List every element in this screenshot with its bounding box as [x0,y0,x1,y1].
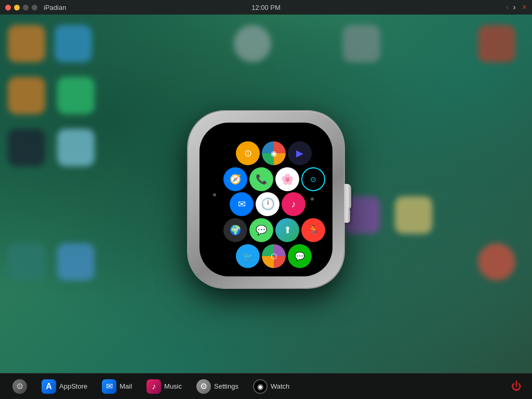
app-title: iPadian [44,4,66,11]
watch-app-phone[interactable]: 📞 [249,167,273,191]
watch-side-button[interactable] [344,208,350,223]
music-icon: ♪ [147,379,161,394]
dot2 [32,5,37,10]
watch-app-safari[interactable]: 🧭 [223,167,247,191]
watch-app-activity[interactable]: ⊙ [236,141,260,165]
dock-item-appstore[interactable]: A AppStore [34,374,95,399]
dock-label-appstore: AppStore [59,382,87,390]
watch-app-twitter[interactable]: 🐦 [236,244,260,268]
bg-icon-14 [478,243,515,281]
watch-app-fitness[interactable]: 🏃 [301,218,325,242]
titlebar: iPadian 12:00 PM ‹ › × [0,0,532,15]
bg-icon-6 [8,77,45,114]
watch-app-rings[interactable]: ⊙ [301,167,325,191]
dock-item-gear[interactable]: ⚙ [5,374,34,399]
bg-icon-8 [8,129,45,166]
dot1 [23,5,29,10]
bg-icon-1 [8,25,45,62]
watch-container: ⊙ ◉ ▶ 🧭 📞 🌸 ⊙ [188,111,344,288]
minimize-button[interactable] [14,5,20,10]
watch-app-worldclock[interactable]: 🌍 [223,218,247,242]
watch-app-music[interactable]: ♪ [282,192,305,216]
watch-icon: ◉ [253,379,268,394]
gear-icon: ⚙ [12,379,27,394]
dock-item-music[interactable]: ♪ Music [139,374,189,399]
dock: ⚙ A AppStore ✉ Mail ♪ Music ⚙ Settings ◉… [0,373,532,399]
titlebar-left: iPadian [5,4,66,11]
bg-icon-11 [395,196,432,234]
power-button[interactable]: ⏻ [506,380,527,392]
appstore-icon: A [42,379,56,394]
dock-item-settings[interactable]: ⚙ Settings [189,374,246,399]
bg-icon-13 [57,243,95,281]
nav-forward-button[interactable]: › [513,3,515,11]
watch-app-tv[interactable]: ▶ [288,141,312,165]
watch-app-photos[interactable]: 🌸 [275,167,299,191]
watch-screen: ⊙ ◉ ▶ 🧭 📞 🌸 ⊙ [200,123,332,276]
watch-app-colorful[interactable]: ◉ [262,141,286,165]
watch-app-mail[interactable]: ✉ [230,192,254,216]
dock-label-music: Music [164,382,182,390]
bg-icon-2 [55,25,92,62]
nav-close-button[interactable]: × [522,3,527,11]
watch-body: ⊙ ◉ ▶ 🧭 📞 🌸 ⊙ [188,111,344,288]
watch-crown[interactable] [344,184,351,210]
bg-icon-5 [478,25,515,62]
watch-app-wechat[interactable]: 💬 [288,244,312,268]
watch-app-clock[interactable]: 🕛 [256,192,280,216]
watch-apps-grid: ⊙ ◉ ▶ 🧭 📞 🌸 ⊙ [209,137,323,262]
dock-label-watch: Watch [271,382,289,390]
dock-item-mail[interactable]: ✉ Mail [95,374,139,399]
watch-app-dots[interactable]: ⬡ [262,244,286,268]
dock-item-watch[interactable]: ◉ Watch [246,374,297,399]
watch-app-maps[interactable]: ⬆ [275,218,299,242]
titlebar-nav: ‹ › × [506,3,527,11]
nav-back-button[interactable]: ‹ [506,3,509,11]
mail-icon: ✉ [102,379,116,394]
close-button[interactable] [5,5,11,10]
dock-label-settings: Settings [214,382,238,390]
bg-icon-12 [8,243,45,281]
bg-icon-3 [234,25,271,62]
watch-app-messages[interactable]: 💬 [249,218,273,242]
bg-icon-4 [343,25,380,62]
dock-label-mail: Mail [119,382,132,390]
titlebar-time: 12:00 PM [251,4,281,11]
bg-icon-9 [57,129,95,166]
bg-icon-7 [57,77,95,114]
settings-icon: ⚙ [196,379,211,394]
